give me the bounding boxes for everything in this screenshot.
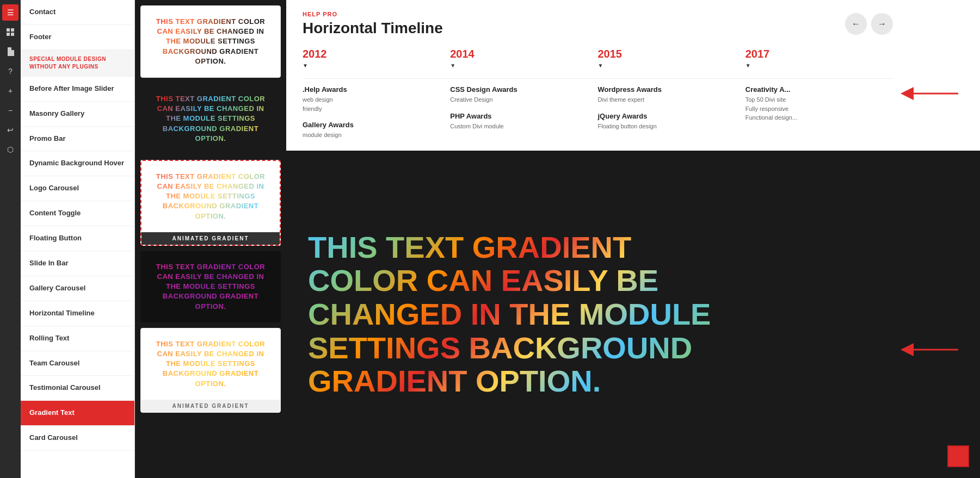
sidebar-item-logo-carousel[interactable]: Logo Carousel [21, 176, 134, 201]
card-3-text: THIS TEXT GRADIENT COLOR CAN EASILY BE C… [141, 161, 280, 232]
svg-rect-0 [7, 28, 10, 32]
timeline-col-1: .Help Awards web designfriendly Gallery … [303, 85, 450, 140]
event-creativity-awards: Creativity A... [745, 85, 887, 94]
sidebar-item-gallery-carousel[interactable]: Gallery Carousel [21, 276, 134, 301]
timeline-header: HELP PRO Horizontal Timeline ← → [303, 11, 893, 37]
card-4-text: THIS TEXT GRADIENT COLOR CAN EASILY BE C… [140, 251, 281, 322]
timeline-next-button[interactable]: → [871, 13, 893, 35]
event-gallery-awards: Gallery Awards [303, 121, 445, 129]
sidebar-item-content-toggle[interactable]: Content Toggle [21, 201, 134, 226]
svg-rect-1 [11, 28, 14, 32]
gradient-card-1[interactable]: THIS TEXT GRADIENT COLOR CAN EASILY BE C… [140, 5, 281, 78]
timeline-year-2012: 2012 [303, 48, 450, 73]
gradient-card-3[interactable]: THIS TEXT GRADIENT COLOR CAN EASILY BE C… [140, 160, 281, 246]
timeline-events: .Help Awards web designfriendly Gallery … [303, 79, 893, 140]
timeline-col-2: CSS Design Awards Creative Design PHP Aw… [450, 85, 597, 140]
timeline-year-2014: 2014 [450, 48, 597, 73]
sidebar-item-testimonial-carousel[interactable]: Testimonial Carousel [21, 376, 134, 401]
arrow-bottom [898, 343, 964, 358]
event-php-awards: PHP Awards [450, 112, 592, 120]
timeline-col-3: Wordpress Awards Divi theme expert jQuer… [598, 85, 745, 140]
export-icon[interactable]: ⬡ [2, 141, 19, 158]
sidebar-item-before-after[interactable]: Before After Image Slider [21, 77, 134, 102]
sidebar-item-team-carousel[interactable]: Team Carousel [21, 351, 134, 376]
sidebar-item-gradient-text[interactable]: Gradient Text [21, 401, 134, 426]
layout-icon[interactable] [2, 24, 19, 40]
card-panel: THIS TEXT GRADIENT COLOR CAN EASILY BE C… [135, 0, 286, 478]
big-gradient-text: THIS TEXT GRADIENT COLOR CAN EASILY BE C… [308, 231, 711, 398]
sidebar-special-label: SPECIAL MODULE DESIGN WITHOUT ANY PLUGIN… [21, 50, 134, 77]
event-creativity-awards-sub: Top 50 Divi siteFully responsiveFunction… [745, 95, 887, 122]
card-2-text: THIS TEXT GRADIENT COLOR CAN EASILY BE C… [140, 83, 281, 154]
timeline-nav: ← → [845, 13, 893, 35]
event-jquery-awards-sub: Floating button design [598, 122, 740, 131]
sidebar: Contact Footer SPECIAL MODULE DESIGN WIT… [21, 0, 135, 478]
sidebar-item-footer[interactable]: Footer [21, 25, 134, 50]
gradient-text-section: THIS TEXT GRADIENT COLOR CAN EASILY BE C… [286, 151, 980, 479]
event-gallery-awards-sub: module design [303, 131, 445, 140]
sidebar-item-slide-in-bar[interactable]: Slide In Bar [21, 251, 134, 276]
card-1-text: THIS TEXT GRADIENT COLOR CAN EASILY BE C… [141, 6, 280, 77]
arrow-top [898, 87, 964, 102]
menu-icon[interactable]: ☰ [2, 4, 19, 21]
gradient-card-2[interactable]: THIS TEXT GRADIENT COLOR CAN EASILY BE C… [140, 83, 281, 154]
svg-rect-3 [11, 33, 14, 36]
sidebar-item-masonry[interactable]: Masonry Gallery [21, 102, 134, 127]
icon-bar: ☰ ? + − ↩ ⬡ [0, 0, 21, 478]
minus-icon[interactable]: − [2, 102, 19, 119]
sidebar-item-horizontal-timeline[interactable]: Horizontal Timeline [21, 301, 134, 326]
help-icon[interactable]: ? [2, 63, 19, 79]
main-content: THIS TEXT GRADIENT COLOR CAN EASILY BE C… [135, 0, 980, 478]
timeline-section: HELP PRO Horizontal Timeline ← → 2012 20… [286, 0, 980, 151]
timeline-breadcrumb: HELP PRO [303, 11, 443, 17]
sidebar-item-contact[interactable]: Contact [21, 0, 134, 25]
timeline-title: Horizontal Timeline [303, 20, 443, 37]
card-3-footer: ANIMATED GRADIENT [141, 232, 280, 245]
timeline-col-4: Creativity A... Top 50 Divi siteFully re… [745, 85, 893, 140]
card-5-footer: ANIMATED GRADIENT [141, 400, 280, 412]
event-help-awards-sub: web designfriendly [303, 95, 445, 113]
svg-rect-2 [7, 33, 10, 36]
sidebar-item-rolling-text[interactable]: Rolling Text [21, 326, 134, 351]
timeline-year-2017: 2017 [745, 48, 893, 73]
event-jquery-awards: jQuery Awards [598, 112, 740, 120]
red-square[interactable] [947, 445, 969, 467]
gradient-card-4[interactable]: THIS TEXT GRADIENT COLOR CAN EASILY BE C… [140, 251, 281, 322]
sidebar-item-promo[interactable]: Promo Bar [21, 127, 134, 152]
event-css-awards-sub: Creative Design [450, 95, 592, 104]
timeline-prev-button[interactable]: ← [845, 13, 867, 35]
timeline-year-2015: 2015 [598, 48, 745, 73]
sidebar-item-dynamic-bg[interactable]: Dynamic Background Hover [21, 151, 134, 176]
event-wp-awards: Wordpress Awards [598, 85, 740, 94]
timeline-years: 2012 2014 2015 2017 [303, 48, 893, 79]
add-icon[interactable]: + [2, 83, 19, 99]
undo-icon[interactable]: ↩ [2, 122, 19, 138]
event-help-awards: .Help Awards [303, 85, 445, 94]
document-icon[interactable] [2, 44, 19, 60]
event-php-awards-sub: Custom Divi module [450, 122, 592, 131]
preview-panel: HELP PRO Horizontal Timeline ← → 2012 20… [286, 0, 980, 478]
event-css-awards: CSS Design Awards [450, 85, 592, 94]
sidebar-item-floating-button[interactable]: Floating Button [21, 226, 134, 251]
sidebar-item-card-carousel[interactable]: Card Carousel [21, 426, 134, 451]
gradient-card-5[interactable]: THIS TEXT GRADIENT COLOR CAN EASILY BE C… [140, 328, 281, 413]
card-5-text: THIS TEXT GRADIENT COLOR CAN EASILY BE C… [141, 328, 280, 400]
event-wp-awards-sub: Divi theme expert [598, 95, 740, 104]
